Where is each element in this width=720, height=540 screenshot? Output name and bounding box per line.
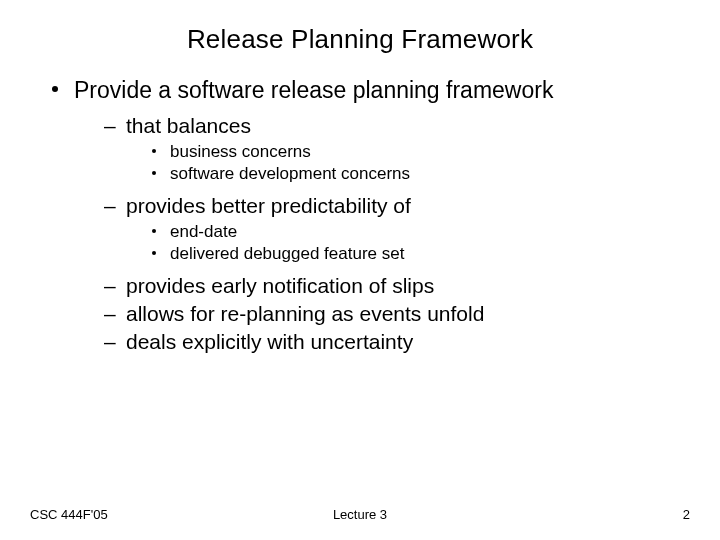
slide: Release Planning Framework Provide a sof… — [0, 0, 720, 540]
footer-page-number: 2 — [683, 507, 690, 522]
bullet-level2: – that balances — [30, 114, 690, 138]
dash-icon: – — [104, 194, 116, 218]
slide-title: Release Planning Framework — [30, 24, 690, 55]
footer-left: CSC 444F'05 — [30, 507, 108, 522]
level2-text: deals explicitly with uncertainty — [126, 330, 413, 353]
level2-text: allows for re-planning as events unfold — [126, 302, 484, 325]
level3-text: software development concerns — [170, 164, 410, 183]
disc-icon — [152, 251, 156, 255]
disc-icon — [52, 86, 58, 92]
sub-group: – that balances business concerns softwa… — [30, 114, 690, 184]
level1-text: Provide a software release planning fram… — [74, 77, 553, 103]
bullet-level3: software development concerns — [30, 164, 690, 184]
level3-text: delivered debugged feature set — [170, 244, 404, 263]
level2-text: provides early notification of slips — [126, 274, 434, 297]
dash-icon: – — [104, 330, 116, 354]
disc-icon — [152, 229, 156, 233]
bullet-level3: end-date — [30, 222, 690, 242]
level2-text: that balances — [126, 114, 251, 137]
bullet-level2: – provides better predictability of — [30, 194, 690, 218]
sub-group: – provides better predictability of end-… — [30, 194, 690, 264]
disc-icon — [152, 171, 156, 175]
dash-icon: – — [104, 114, 116, 138]
level3-text: end-date — [170, 222, 237, 241]
bullet-level1: Provide a software release planning fram… — [30, 77, 690, 104]
bullet-level2: – deals explicitly with uncertainty — [30, 330, 690, 354]
level2-text: provides better predictability of — [126, 194, 411, 217]
footer-center: Lecture 3 — [30, 507, 690, 522]
dash-icon: – — [104, 302, 116, 326]
dash-icon: – — [104, 274, 116, 298]
level3-text: business concerns — [170, 142, 311, 161]
disc-icon — [152, 149, 156, 153]
slide-footer: CSC 444F'05 Lecture 3 2 — [30, 507, 690, 522]
bullet-level2: – provides early notification of slips — [30, 274, 690, 298]
bullet-level3: delivered debugged feature set — [30, 244, 690, 264]
bullet-level2: – allows for re-planning as events unfol… — [30, 302, 690, 326]
bullet-level3: business concerns — [30, 142, 690, 162]
